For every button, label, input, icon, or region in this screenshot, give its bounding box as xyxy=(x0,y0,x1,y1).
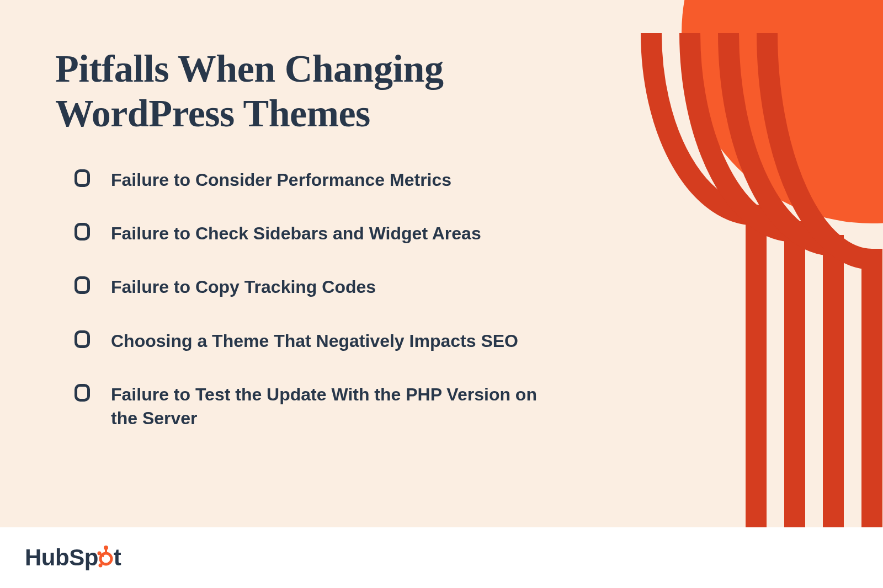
bullet-icon xyxy=(75,330,90,348)
svg-point-13 xyxy=(682,0,883,223)
list-item-text: Failure to Consider Performance Metrics xyxy=(111,168,451,192)
logo-text-after: t xyxy=(114,544,121,571)
list-item: Failure to Copy Tracking Codes xyxy=(75,275,555,299)
sprocket-icon xyxy=(97,546,115,568)
svg-point-5 xyxy=(684,0,883,232)
list-item-text: Failure to Check Sidebars and Widget Are… xyxy=(111,222,481,245)
svg-rect-16 xyxy=(105,549,107,554)
svg-rect-12 xyxy=(585,0,883,527)
svg-rect-4 xyxy=(585,0,883,527)
list-item: Failure to Consider Performance Metrics xyxy=(75,168,555,192)
bullet-icon xyxy=(75,384,90,402)
hubspot-logo: HubSp t xyxy=(25,544,121,571)
pitfall-list: Failure to Consider Performance Metrics … xyxy=(75,168,555,460)
bullet-icon xyxy=(75,276,90,294)
list-item: Failure to Check Sidebars and Widget Are… xyxy=(75,222,555,245)
svg-rect-10 xyxy=(585,0,883,527)
list-item-text: Failure to Test the Update With the PHP … xyxy=(111,383,555,430)
list-item: Choosing a Theme That Negatively Impacts… xyxy=(75,329,555,353)
svg-point-11 xyxy=(682,0,883,223)
footer: HubSp t xyxy=(0,527,883,588)
main-panel: Pitfalls When Changing WordPress Themes … xyxy=(0,0,883,527)
list-item: Failure to Test the Update With the PHP … xyxy=(75,383,555,430)
list-item-text: Failure to Copy Tracking Codes xyxy=(111,275,376,299)
decorative-arcs xyxy=(585,0,883,527)
svg-point-0 xyxy=(684,0,883,232)
bullet-icon xyxy=(75,169,90,187)
page-title: Pitfalls When Changing WordPress Themes xyxy=(55,47,552,136)
bullet-icon xyxy=(75,223,90,240)
logo-text-before: HubSp xyxy=(25,544,98,571)
list-item-text: Choosing a Theme That Negatively Impacts… xyxy=(111,329,518,353)
